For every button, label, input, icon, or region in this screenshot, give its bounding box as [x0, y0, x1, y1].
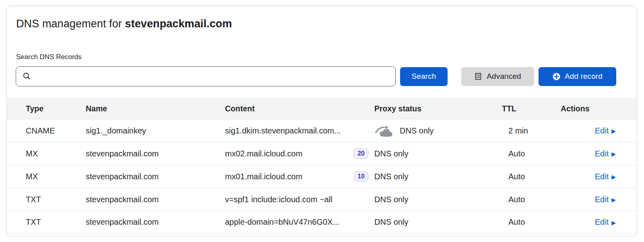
advanced-button[interactable]: Advanced: [461, 67, 534, 86]
edit-button-label: Edit: [595, 172, 609, 181]
edit-button[interactable]: Edit ▶: [595, 149, 616, 158]
record-name: stevenpackmail.com: [86, 217, 225, 227]
edit-arrow-icon: ▶: [611, 197, 616, 203]
record-type: MX: [26, 172, 86, 181]
column-header-ttl: TTL: [497, 104, 558, 113]
edit-button-label: Edit: [595, 149, 609, 158]
list-document-icon: [474, 72, 482, 80]
page-title: DNS management for stevenpackmail.com: [16, 18, 232, 30]
record-content: mx01.mail.icloud.com: [225, 172, 302, 181]
search-icon: [23, 72, 31, 80]
proxy-status-text: DNS only: [374, 172, 408, 181]
record-proxy-cell: DNS only: [374, 124, 497, 137]
record-type: TXT: [26, 195, 86, 204]
record-proxy-cell: DNS only: [374, 149, 497, 158]
record-proxy-cell: DNS only: [374, 195, 497, 204]
page-title-domain: stevenpackmail.com: [125, 18, 232, 30]
column-header-content: Content: [225, 104, 374, 113]
record-actions-cell: Edit ▶: [558, 126, 617, 135]
edit-arrow-icon: ▶: [611, 151, 616, 157]
record-ttl: Auto: [497, 149, 558, 158]
table-row: TXT stevenpackmail.com v=spf1 include:ic…: [7, 188, 637, 211]
search-toolbar: Search Advanced Add record: [16, 66, 616, 86]
priority-badge: 20: [354, 148, 368, 159]
record-name: stevenpackmail.com: [86, 149, 225, 158]
column-header-proxy-status: Proxy status: [374, 104, 497, 113]
search-button[interactable]: Search: [400, 67, 448, 86]
proxy-status-text: DNS only: [400, 126, 433, 135]
record-type: CNAME: [26, 126, 86, 135]
edit-button[interactable]: Edit ▶: [595, 126, 616, 135]
record-actions-cell: Edit ▶: [558, 195, 617, 204]
dns-records-table: Type Name Content Proxy status TTL Actio…: [7, 98, 637, 234]
record-actions-cell: Edit ▶: [558, 217, 617, 227]
record-ttl: 2 min: [497, 126, 558, 135]
record-proxy-cell: DNS only: [374, 217, 497, 227]
record-ttl: Auto: [497, 172, 558, 181]
column-header-actions: Actions: [558, 104, 617, 113]
column-header-name: Name: [86, 104, 225, 113]
record-type: MX: [26, 149, 86, 158]
table-row: MX stevenpackmail.com mx02.mail.icloud.c…: [7, 142, 637, 165]
edit-button[interactable]: Edit ▶: [595, 172, 616, 181]
search-box: [16, 66, 396, 86]
column-header-type: Type: [26, 104, 86, 113]
record-content-cell: mx01.mail.icloud.com 10: [225, 171, 374, 182]
record-content-cell: mx02.mail.icloud.com 20: [225, 148, 374, 159]
record-actions-cell: Edit ▶: [558, 172, 617, 181]
edit-button-label: Edit: [595, 126, 609, 135]
edit-arrow-icon: ▶: [611, 174, 616, 180]
record-content: apple-domain=bNuV47n6G0X...: [225, 217, 339, 227]
proxy-status-text: DNS only: [374, 149, 408, 158]
record-content-cell: v=spf1 include:icloud.com ~all: [225, 195, 374, 204]
edit-arrow-icon: ▶: [611, 219, 616, 225]
priority-badge: 10: [354, 171, 368, 182]
record-content-cell: apple-domain=bNuV47n6G0X...: [225, 217, 374, 227]
add-record-button[interactable]: Add record: [539, 67, 616, 86]
dns-only-cloud-icon: [374, 124, 394, 137]
record-proxy-cell: DNS only: [374, 172, 497, 181]
proxy-status-text: DNS only: [374, 217, 408, 227]
search-label: Search DNS Records: [16, 53, 82, 61]
record-content: sig1.dkim.stevenpackmail.com...: [225, 126, 341, 135]
edit-button-label: Edit: [595, 217, 609, 227]
edit-button-label: Edit: [595, 195, 609, 204]
table-row: MX stevenpackmail.com mx01.mail.icloud.c…: [7, 165, 637, 188]
edit-button[interactable]: Edit ▶: [595, 195, 616, 204]
record-type: TXT: [26, 217, 86, 227]
table-body: CNAME sig1._domainkey sig1.dkim.stevenpa…: [7, 119, 637, 234]
record-content: mx02.mail.icloud.com: [225, 149, 302, 158]
record-actions-cell: Edit ▶: [558, 149, 617, 158]
record-name: stevenpackmail.com: [86, 195, 225, 204]
proxy-status-text: DNS only: [374, 195, 408, 204]
plus-circle-icon: [552, 72, 561, 81]
dns-management-card: DNS management for stevenpackmail.com Se…: [6, 6, 637, 236]
table-row: CNAME sig1._domainkey sig1.dkim.stevenpa…: [7, 119, 637, 142]
edit-button[interactable]: Edit ▶: [595, 217, 616, 227]
record-name: sig1._domainkey: [86, 126, 225, 135]
search-input[interactable]: [16, 66, 396, 86]
record-content: v=spf1 include:icloud.com ~all: [225, 195, 332, 204]
record-content-cell: sig1.dkim.stevenpackmail.com...: [225, 126, 374, 135]
page-title-prefix: DNS management for: [16, 18, 125, 30]
table-header: Type Name Content Proxy status TTL Actio…: [7, 98, 637, 119]
record-ttl: Auto: [497, 195, 558, 204]
record-ttl: Auto: [497, 217, 558, 227]
table-row: TXT stevenpackmail.com apple-domain=bNuV…: [7, 211, 637, 234]
record-name: stevenpackmail.com: [86, 172, 225, 181]
edit-arrow-icon: ▶: [611, 128, 616, 134]
